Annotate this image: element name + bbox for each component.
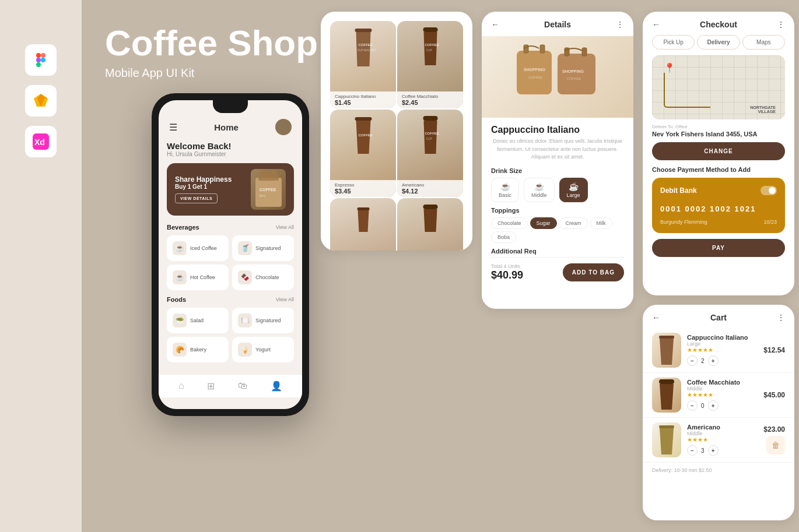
cart-qty-plus-3[interactable]: + xyxy=(708,445,719,456)
promo-banner: Share Happiness Buy 1 Get 1 VIEW DETAILS… xyxy=(167,163,294,216)
nav-home-icon[interactable]: ⌂ xyxy=(178,380,184,392)
debit-card: Debit Bank 0001 0002 1002 1021 Burgundy … xyxy=(652,178,785,233)
svg-text:COFFEE: COFFEE xyxy=(425,132,439,135)
size-basic[interactable]: ☕ Basic xyxy=(491,178,519,202)
svg-rect-31 xyxy=(540,45,545,53)
topping-chocolate[interactable]: Chocolate xyxy=(491,217,528,229)
svg-text:CUP: CUP xyxy=(426,48,432,52)
payment-label: Choose Payment Method to Add xyxy=(652,166,785,173)
nav-profile-icon[interactable]: 👤 xyxy=(271,380,282,392)
cart-stars-2: ★★★★★ xyxy=(687,392,758,398)
nav-cart-icon[interactable]: 🛍 xyxy=(238,380,247,392)
welcome-sub: Hi, Ursula Gurnmeister xyxy=(167,151,294,157)
promo-text: Share Happiness Buy 1 Get 1 VIEW DETAILS xyxy=(175,175,232,203)
change-address-button[interactable]: CHANGE xyxy=(652,142,785,160)
topping-cream[interactable]: Cream xyxy=(559,217,588,229)
bev-item-3[interactable]: ☕ Hot Coffee xyxy=(167,265,229,290)
tab-maps[interactable]: Maps xyxy=(742,35,785,50)
product-extra2[interactable] xyxy=(397,198,463,251)
food-item-3[interactable]: 🥐 Bakery xyxy=(167,337,229,362)
cart-qty-2: − 0 + xyxy=(687,400,758,411)
product-espresso[interactable]: COFFEE Espresso $3.45 xyxy=(330,110,396,197)
map-pin-icon: 📍 xyxy=(664,62,675,73)
svg-text:CUP: CUP xyxy=(426,137,432,140)
drink-size-section: Drink Size ☕ Basic ☕ Middle ☕ Large xyxy=(482,167,633,202)
figma-tool-icon[interactable] xyxy=(25,44,57,76)
menu-icon[interactable]: ☰ xyxy=(169,122,177,133)
svg-rect-28 xyxy=(423,205,437,209)
size-large[interactable]: ☕ Large xyxy=(559,178,588,202)
cart-qty-minus-2[interactable]: − xyxy=(687,400,698,411)
detail-header: ← Details ⋮ xyxy=(482,12,633,29)
product-info-macchiato: Coffee Macchiato $2.45 xyxy=(397,91,463,108)
size-basic-label: Basic xyxy=(499,192,511,198)
cart-more-button[interactable]: ⋮ xyxy=(777,313,785,322)
cart-header: ← Cart ⋮ xyxy=(643,305,794,328)
topping-sugar[interactable]: Sugar xyxy=(530,217,557,229)
card-toggle[interactable] xyxy=(761,186,777,195)
topping-milk[interactable]: Milk xyxy=(590,217,612,229)
cart-info-3: Americano Middle ★★★★ − 3 + xyxy=(687,424,758,456)
hero-subtitle: Mobile App UI Kit xyxy=(105,66,318,80)
cart-img-1 xyxy=(652,333,681,368)
bev-label-3: Hot Coffee xyxy=(190,274,215,280)
food-item-4[interactable]: 🍦 Yogurt xyxy=(232,337,294,362)
hero-section: Coffee Shop Mobile App UI Kit xyxy=(105,23,318,80)
avatar xyxy=(275,119,292,135)
delivery-price: $1.50 xyxy=(699,467,712,473)
cup-espresso: COFFEE xyxy=(350,114,376,161)
phone-header: ☰ Home xyxy=(159,113,302,139)
beverages-view-all[interactable]: View All xyxy=(276,224,294,230)
tab-delivery[interactable]: Delivery xyxy=(697,35,740,50)
svg-rect-13 xyxy=(271,170,276,175)
add-to-bag-button[interactable]: ADD TO BAG xyxy=(563,263,624,281)
bev-item-4[interactable]: 🍫 Chocolate xyxy=(232,265,294,290)
cart-info-2: Coffee Macchiato Middle ★★★★★ − 0 + xyxy=(687,379,758,411)
cart-qty-plus-2[interactable]: + xyxy=(708,400,719,411)
cart-img-2 xyxy=(652,378,681,413)
cart-back-button[interactable]: ← xyxy=(652,313,660,322)
bev-label-4: Chocolate xyxy=(255,274,279,280)
checkout-screen: ← Checkout ⋮ Pick Up Delivery Maps 📍 NOR… xyxy=(643,12,794,295)
bev-item-2[interactable]: 🥤 Signatured xyxy=(232,235,294,261)
product-extra1[interactable] xyxy=(330,198,396,251)
svg-text:Xd: Xd xyxy=(34,138,45,147)
cart-item-3: Americano Middle ★★★★ − 3 + $23.00 🗑 xyxy=(643,418,794,463)
cart-qty-minus-3[interactable]: − xyxy=(687,445,698,456)
checkout-more-button[interactable]: ⋮ xyxy=(777,20,785,29)
food-item-2[interactable]: 🍽️ Signatured xyxy=(232,308,294,333)
bev-item-1[interactable]: ☕ Iced Coffee xyxy=(167,235,229,261)
pay-button[interactable]: PAY xyxy=(652,239,785,257)
cart-qty-minus-1[interactable]: − xyxy=(687,355,698,366)
product-macchiato[interactable]: COFFEE CUP Coffee Macchiato $2.45 xyxy=(397,21,463,108)
topping-options: Chocolate Sugar Cream Milk Boba xyxy=(491,217,624,243)
cart-bottom-info: Delivery: 10-30 min $1.50 xyxy=(643,463,794,478)
food-item-1[interactable]: 🥗 Salad xyxy=(167,308,229,333)
cart-qty-plus-1[interactable]: + xyxy=(708,355,719,366)
xd-tool-icon[interactable]: Xd xyxy=(25,126,57,157)
nav-menu-icon[interactable]: ⊞ xyxy=(207,380,215,392)
product-img-extra2 xyxy=(397,198,463,251)
delivery-address: Nev York Fishers Island 3455, USA xyxy=(652,131,785,138)
product-americano[interactable]: COFFEE CUP Americano $4.12 xyxy=(397,110,463,197)
additional-req-section: Additional Req xyxy=(482,248,633,258)
svg-text:CUP MACKEY: CUP MACKEY xyxy=(357,48,376,52)
cart-delete-3[interactable]: 🗑 xyxy=(766,436,785,455)
product-cappuccino[interactable]: COFFEE CUP MACKEY Cappuccino Italiano $1… xyxy=(330,21,396,108)
cart-img-3 xyxy=(652,422,681,457)
detail-more-button[interactable]: ⋮ xyxy=(616,20,624,29)
tab-pickup[interactable]: Pick Up xyxy=(652,35,695,50)
detail-back-button[interactable]: ← xyxy=(491,20,499,29)
size-middle[interactable]: ☕ Middle xyxy=(524,178,555,202)
svg-rect-41 xyxy=(659,425,674,428)
size-large-icon: ☕ xyxy=(569,182,579,191)
checkout-back-button[interactable]: ← xyxy=(652,20,660,29)
foods-view-all[interactable]: View All xyxy=(276,297,294,302)
topping-boba[interactable]: Boba xyxy=(491,231,516,243)
welcome-text: Welcome Back! xyxy=(167,141,294,151)
sketch-tool-icon[interactable] xyxy=(25,85,57,117)
cart-screen: ← Cart ⋮ Cappuccino Italiano Large xyxy=(643,305,794,520)
promo-button[interactable]: VIEW DETAILS xyxy=(175,193,218,203)
svg-rect-12 xyxy=(261,170,267,175)
svg-rect-0 xyxy=(36,53,41,58)
